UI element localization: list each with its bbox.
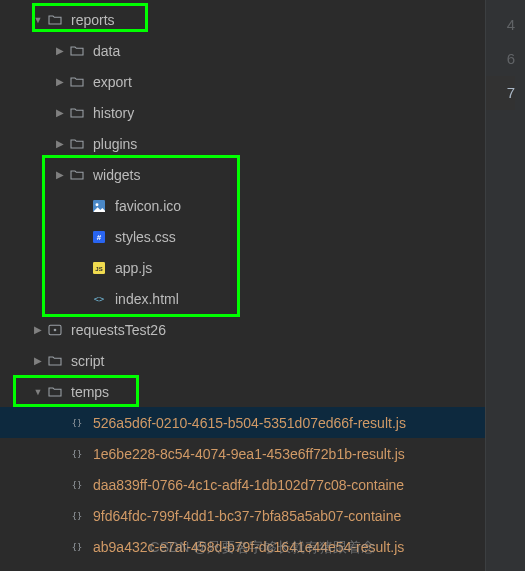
json-icon: {} [68,538,86,556]
folder-icon [68,166,86,184]
tree-item-reports[interactable]: ▼reports [0,4,485,35]
tree-item-t4[interactable]: ▶{}9fd64fdc-799f-4dd1-bc37-7bfa85a5ab07-… [0,500,485,531]
tree-item-label: index.html [115,291,179,307]
svg-text:{}: {} [72,449,82,459]
tree-item-label: requestsTest26 [71,322,166,338]
svg-text:JS: JS [95,265,102,271]
chevron-right-icon[interactable]: ▶ [52,45,68,56]
svg-text:#: # [97,233,102,242]
tree-item-label: styles.css [115,229,176,245]
tree-item-history[interactable]: ▶history [0,97,485,128]
chevron-right-icon[interactable]: ▶ [52,169,68,180]
chevron-right-icon[interactable]: ▶ [52,107,68,118]
tree-item-label: app.js [115,260,152,276]
tree-item-indexhtml[interactable]: ▶<>index.html [0,283,485,314]
tree-item-appjs[interactable]: ▶JSapp.js [0,252,485,283]
tree-item-t2[interactable]: ▶{}1e6be228-8c54-4074-9ea1-453e6ff72b1b-… [0,438,485,469]
svg-text:<>: <> [94,294,104,304]
gutter-line: 6 [486,42,515,76]
file-tree: ▼reports▶data▶export▶history▶plugins▶wid… [0,0,485,571]
tree-item-t3[interactable]: ▶{}daa839ff-0766-4c1c-adf4-1db102d77c08-… [0,469,485,500]
tree-item-label: daa839ff-0766-4c1c-adf4-1db102d77c08-con… [93,477,404,493]
svg-point-1 [96,203,99,206]
tree-item-requestsTest26[interactable]: ▶requestsTest26 [0,314,485,345]
chevron-right-icon[interactable]: ▶ [52,76,68,87]
folder-icon [68,42,86,60]
tree-item-script[interactable]: ▶script [0,345,485,376]
tree-item-label: data [93,43,120,59]
json-icon: {} [68,476,86,494]
ico-icon [90,197,108,215]
folder-icon [46,352,64,370]
svg-text:{}: {} [72,418,82,428]
tree-item-label: plugins [93,136,137,152]
tree-item-label: temps [71,384,109,400]
tree-item-data[interactable]: ▶data [0,35,485,66]
tree-item-label: 526a5d6f-0210-4615-b504-5351d07ed66f-res… [93,415,406,431]
tree-item-label: 1e6be228-8c54-4074-9ea1-453e6ff72b1b-res… [93,446,405,462]
chevron-down-icon[interactable]: ▼ [30,15,46,25]
svg-text:{}: {} [72,511,82,521]
json-icon: {} [68,507,86,525]
chevron-right-icon[interactable]: ▶ [52,138,68,149]
line-gutter: 467 [485,0,525,571]
tree-item-widgets[interactable]: ▶widgets [0,159,485,190]
svg-point-8 [54,328,57,331]
css-icon: # [90,228,108,246]
html-icon: <> [90,290,108,308]
gutter-line: 4 [486,8,515,42]
tree-item-styles[interactable]: ▶#styles.css [0,221,485,252]
tree-item-export[interactable]: ▶export [0,66,485,97]
chevron-down-icon[interactable]: ▼ [30,387,46,397]
svg-text:{}: {} [72,542,82,552]
tree-item-label: favicon.ico [115,198,181,214]
chevron-right-icon[interactable]: ▶ [30,324,46,335]
tree-item-label: widgets [93,167,140,183]
tree-item-favicon[interactable]: ▶favicon.ico [0,190,485,221]
folder-icon [68,104,86,122]
json-icon: {} [68,414,86,432]
tree-item-label: 9fd64fdc-799f-4dd1-bc37-7bfa85a5ab07-con… [93,508,401,524]
tree-item-label: ab9a432c-e7af-458d-b79f-dc1641e44e54-res… [93,539,404,555]
tree-item-t5[interactable]: ▶{}ab9a432c-e7af-458d-b79f-dc1641e44e54-… [0,531,485,562]
js-icon: JS [90,259,108,277]
chevron-right-icon[interactable]: ▶ [30,355,46,366]
tree-item-label: history [93,105,134,121]
tree-item-plugins[interactable]: ▶plugins [0,128,485,159]
module-icon [46,321,64,339]
folder-icon [46,383,64,401]
gutter-line: 7 [486,76,515,110]
tree-item-label: script [71,353,104,369]
svg-text:{}: {} [72,480,82,490]
folder-icon [68,135,86,153]
json-icon: {} [68,445,86,463]
folder-icon [46,11,64,29]
tree-item-t1[interactable]: ▶{}526a5d6f-0210-4615-b504-5351d07ed66f-… [0,407,485,438]
folder-icon [68,73,86,91]
tree-item-temps[interactable]: ▼temps [0,376,485,407]
tree-item-label: export [93,74,132,90]
tree-item-t6[interactable]: ▶{}0021942f-ebcc-43de-b1d9-8fa9f7e7a6e1-… [0,562,485,571]
tree-item-label: reports [71,12,115,28]
